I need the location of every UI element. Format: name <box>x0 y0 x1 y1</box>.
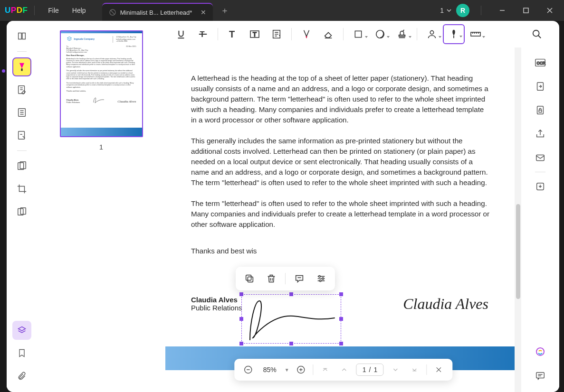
reader-mode-button[interactable] <box>12 27 31 46</box>
user-avatar[interactable]: R <box>456 4 469 17</box>
shape-button[interactable] <box>347 24 369 44</box>
share-button[interactable] <box>531 124 550 143</box>
delete-button[interactable] <box>263 271 279 287</box>
note-button[interactable] <box>266 24 287 44</box>
thumbnails-toggle-button[interactable] <box>12 321 31 340</box>
svg-rect-32 <box>536 155 545 161</box>
window-count-num: 1 <box>440 7 444 14</box>
first-page-button[interactable] <box>318 363 333 377</box>
document-tab[interactable]: Minimalist B... Letterhead* ✕ <box>102 3 213 21</box>
document-page[interactable]: A letterhead is the heading at the top o… <box>165 47 517 392</box>
vertical-scrollbar[interactable] <box>515 47 521 392</box>
svg-rect-21 <box>246 275 251 280</box>
bookmarks-button[interactable] <box>12 344 31 363</box>
divider <box>285 273 286 284</box>
svg-rect-15 <box>355 31 361 37</box>
protect-button[interactable] <box>531 101 550 120</box>
fill-sign-button[interactable] <box>12 126 31 145</box>
edit-mode-button[interactable] <box>12 80 31 99</box>
window-close-button[interactable] <box>540 1 559 20</box>
resize-handle-tl[interactable] <box>239 292 243 296</box>
comment-mode-button[interactable] <box>12 57 31 76</box>
ruler-button[interactable] <box>465 24 487 44</box>
svg-point-22 <box>319 276 321 278</box>
tab-close-icon[interactable]: ✕ <box>201 9 206 16</box>
comment-button[interactable] <box>291 271 307 287</box>
compare-button[interactable] <box>12 202 31 221</box>
resize-handle-bl[interactable] <box>239 342 243 345</box>
page-organize-button[interactable] <box>12 103 31 122</box>
document-tab-title: Minimalist B... Letterhead* <box>120 9 192 16</box>
signature-person-button[interactable] <box>421 24 443 44</box>
svg-point-23 <box>322 278 324 280</box>
convert-button[interactable] <box>531 77 550 96</box>
resize-handle-br[interactable] <box>339 342 343 345</box>
divider <box>481 6 481 15</box>
prev-page-button[interactable] <box>337 363 352 377</box>
window-maximize-button[interactable] <box>516 1 535 20</box>
zoom-nav-bar: 85% ▼ 1 / 1 <box>234 359 452 381</box>
scrollbar-thumb[interactable] <box>516 204 520 299</box>
textbox-button[interactable]: T <box>244 24 266 44</box>
text-button[interactable]: T <box>222 24 244 44</box>
thumb-company: Ingoude Company <box>74 37 95 40</box>
script-signature: Claudia Alves <box>403 295 488 313</box>
eraser-button[interactable] <box>317 24 339 44</box>
page-current: 1 <box>363 366 366 373</box>
ai-assistant-button[interactable] <box>531 343 550 362</box>
author-block: Claudia Alves Public Relations <box>191 296 242 312</box>
svg-rect-31 <box>539 110 542 112</box>
redact-button[interactable] <box>12 157 31 176</box>
zoom-level-label[interactable]: 85% <box>260 366 280 373</box>
selection-bbox <box>241 294 341 344</box>
underline-button[interactable] <box>170 24 192 44</box>
ocr-button[interactable]: OCR <box>531 53 550 72</box>
author-role: Public Relations <box>191 304 242 312</box>
zoom-dropdown-icon[interactable]: ▼ <box>285 367 289 373</box>
copy-button[interactable] <box>241 271 258 287</box>
svg-text:OCR: OCR <box>537 61 545 65</box>
zoom-in-button[interactable] <box>294 363 308 377</box>
menu-file[interactable]: File <box>41 4 66 17</box>
svg-rect-18 <box>471 32 480 36</box>
page-number-box[interactable]: 1 / 1 <box>356 364 383 376</box>
save-button[interactable] <box>531 177 550 196</box>
sticker-button[interactable] <box>369 24 391 44</box>
menu-help[interactable]: Help <box>66 4 93 17</box>
divider <box>17 51 27 52</box>
resize-handle-tr[interactable] <box>339 292 343 296</box>
thumbnail-panel: Ingoude Company 123 Anywhere St., Any Ci… <box>37 21 165 392</box>
author-name: Claudia Alves <box>191 296 242 304</box>
close-zoombar-button[interactable] <box>431 363 446 377</box>
comments-panel-button[interactable] <box>531 366 550 385</box>
last-page-button[interactable] <box>407 363 421 377</box>
left-edge-indicator <box>2 69 5 73</box>
strikeout-button[interactable]: T <box>192 24 214 44</box>
next-page-button[interactable] <box>388 363 402 377</box>
stamp-button[interactable] <box>391 24 413 44</box>
resize-handle-tm[interactable] <box>289 292 293 296</box>
divider <box>34 6 35 15</box>
email-button[interactable] <box>531 148 550 167</box>
crop-button[interactable] <box>12 179 31 198</box>
document-tab-icon <box>109 9 116 16</box>
window-minimize-button[interactable] <box>493 1 512 20</box>
pencil-button[interactable] <box>296 24 317 44</box>
window-count[interactable]: 1 <box>440 7 451 14</box>
properties-button[interactable] <box>313 271 329 287</box>
zoom-out-button[interactable] <box>241 363 255 377</box>
search-button[interactable] <box>526 24 548 44</box>
attachments-button[interactable] <box>12 366 31 385</box>
app-logo: UPDF <box>5 6 28 15</box>
selected-signature-object[interactable] <box>241 294 341 344</box>
paragraph-3: The term "letterhead" is often used to r… <box>165 198 517 230</box>
signature-pen-button[interactable] <box>443 24 465 44</box>
page-thumbnail-1[interactable]: Ingoude Company 123 Anywhere St., Any Ci… <box>60 30 143 137</box>
divider <box>535 172 545 172</box>
svg-point-24 <box>319 280 321 282</box>
resize-handle-mr[interactable] <box>339 317 343 321</box>
page-sep: / <box>369 366 371 373</box>
add-tab-button[interactable]: ＋ <box>220 5 229 16</box>
resize-handle-ml[interactable] <box>239 317 243 321</box>
resize-handle-bm[interactable] <box>289 342 293 345</box>
